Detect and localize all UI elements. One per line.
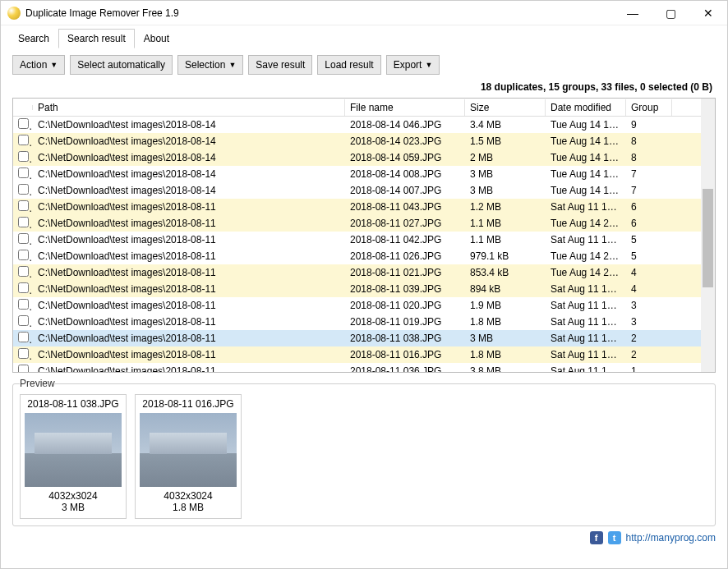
row-checkbox[interactable] [18, 365, 29, 372]
cell-date: Tue Aug 14 15:... [546, 117, 626, 132]
cell-group: 7 [626, 167, 672, 181]
cell-path: C:\NetDownload\test images\2018-08-14 [33, 150, 345, 165]
table-row[interactable]: C:\NetDownload\test images\2018-08-11201… [13, 264, 701, 281]
row-checkbox[interactable] [18, 250, 29, 260]
table-row[interactable]: C:\NetDownload\test images\2018-08-11201… [13, 346, 701, 363]
col-date[interactable]: Date modified [546, 99, 626, 116]
table-row[interactable]: C:\NetDownload\test images\2018-08-14201… [13, 117, 701, 133]
action-button[interactable]: Action▼ [12, 55, 65, 75]
facebook-icon[interactable]: f [590, 531, 603, 544]
row-checkbox[interactable] [18, 348, 29, 359]
cell-path: C:\NetDownload\test images\2018-08-11 [33, 298, 345, 313]
cell-size: 894 kB [465, 282, 546, 296]
cell-date: Tue Aug 14 15:... [546, 167, 626, 181]
tab-about[interactable]: About [135, 29, 178, 48]
cell-file: 2018-08-11 043.JPG [345, 200, 465, 214]
table-row[interactable]: C:\NetDownload\test images\2018-08-14201… [13, 133, 701, 149]
thumb-size: 1.8 MB [139, 502, 237, 513]
cell-group: 2 [626, 331, 672, 346]
twitter-icon[interactable]: t [608, 531, 621, 544]
website-link[interactable]: http://manyprog.com [626, 532, 716, 544]
row-checkbox[interactable] [18, 315, 29, 326]
row-checkbox[interactable] [18, 200, 29, 211]
table-row[interactable]: C:\NetDownload\test images\2018-08-14201… [13, 166, 701, 182]
export-button[interactable]: Export▼ [386, 55, 440, 75]
cell-size: 3 MB [465, 167, 546, 181]
cell-group: 3 [626, 298, 672, 313]
vertical-scrollbar[interactable] [701, 99, 715, 372]
cell-file: 2018-08-11 020.JPG [345, 298, 465, 313]
cell-date: Sat Aug 11 19:... [546, 331, 626, 346]
table-row[interactable]: C:\NetDownload\test images\2018-08-11201… [13, 363, 701, 372]
row-checkbox[interactable] [18, 217, 29, 227]
cell-group: 2 [626, 347, 672, 362]
cell-path: C:\NetDownload\test images\2018-08-14 [33, 183, 345, 198]
row-checkbox[interactable] [18, 135, 29, 145]
preview-title: Preview [20, 378, 55, 389]
cell-size: 3 MB [465, 183, 546, 198]
thumb-image [25, 413, 122, 487]
cell-path: C:\NetDownload\test images\2018-08-14 [33, 167, 345, 181]
table-row[interactable]: C:\NetDownload\test images\2018-08-11201… [13, 297, 701, 314]
cell-group: 8 [626, 150, 672, 165]
tab-search-result[interactable]: Search result [58, 29, 135, 48]
col-size[interactable]: Size [465, 99, 546, 116]
close-button[interactable]: ✕ [689, 1, 727, 25]
cell-date: Sat Aug 11 19:... [546, 200, 626, 214]
row-checkbox[interactable] [18, 151, 29, 162]
cell-group: 6 [626, 216, 672, 231]
minimize-button[interactable]: — [614, 1, 652, 25]
preview-thumbnail[interactable]: 2018-08-11 038.JPG4032x30243 MB [20, 394, 127, 519]
cell-file: 2018-08-11 039.JPG [345, 282, 465, 296]
table-row[interactable]: C:\NetDownload\test images\2018-08-11201… [13, 248, 701, 264]
cell-file: 2018-08-11 021.JPG [345, 265, 465, 280]
table-row[interactable]: C:\NetDownload\test images\2018-08-11201… [13, 215, 701, 232]
results-table: Path File name Size Date modified Group … [12, 98, 716, 373]
row-checkbox[interactable] [18, 184, 29, 195]
table-row[interactable]: C:\NetDownload\test images\2018-08-14201… [13, 182, 701, 199]
preview-thumbnail[interactable]: 2018-08-11 016.JPG4032x30241.8 MB [135, 394, 242, 519]
table-row[interactable]: C:\NetDownload\test images\2018-08-11201… [13, 199, 701, 215]
selection-button[interactable]: Selection▼ [177, 55, 243, 75]
cell-file: 2018-08-11 027.JPG [345, 216, 465, 231]
col-path[interactable]: Path [33, 99, 345, 116]
col-group[interactable]: Group [626, 99, 672, 116]
row-checkbox[interactable] [18, 233, 29, 244]
table-row[interactable]: C:\NetDownload\test images\2018-08-11201… [13, 281, 701, 297]
caret-down-icon: ▼ [228, 61, 236, 69]
row-checkbox[interactable] [18, 332, 29, 342]
cell-path: C:\NetDownload\test images\2018-08-14 [33, 134, 345, 149]
cell-size: 853.4 kB [465, 265, 546, 280]
table-row[interactable]: C:\NetDownload\test images\2018-08-11201… [13, 330, 701, 346]
table-row[interactable]: C:\NetDownload\test images\2018-08-11201… [13, 314, 701, 330]
table-row[interactable]: C:\NetDownload\test images\2018-08-14201… [13, 149, 701, 166]
cell-size: 979.1 kB [465, 249, 546, 264]
tab-search[interactable]: Search [9, 29, 58, 48]
maximize-button[interactable]: ▢ [652, 1, 689, 25]
cell-size: 1.8 MB [465, 347, 546, 362]
row-checkbox[interactable] [18, 167, 29, 178]
scroll-thumb[interactable] [703, 189, 713, 287]
cell-group: 5 [626, 232, 672, 247]
load-result-button[interactable]: Load result [317, 55, 380, 75]
cell-size: 1.9 MB [465, 298, 546, 313]
select-auto-button[interactable]: Select automatically [70, 55, 173, 75]
cell-file: 2018-08-11 038.JPG [345, 331, 465, 346]
cell-group: 5 [626, 249, 672, 264]
cell-file: 2018-08-11 042.JPG [345, 232, 465, 247]
cell-path: C:\NetDownload\test images\2018-08-11 [33, 347, 345, 362]
col-file[interactable]: File name [345, 99, 465, 116]
row-checkbox[interactable] [18, 299, 29, 310]
cell-date: Tue Aug 14 15:... [546, 134, 626, 149]
table-row[interactable]: C:\NetDownload\test images\2018-08-11201… [13, 232, 701, 248]
cell-group: 4 [626, 265, 672, 280]
save-result-button[interactable]: Save result [248, 55, 312, 75]
cell-date: Sat Aug 11 19:... [546, 232, 626, 247]
cell-file: 2018-08-14 007.JPG [345, 183, 465, 198]
row-checkbox[interactable] [18, 266, 29, 277]
cell-size: 1.8 MB [465, 314, 546, 329]
status-summary: 18 duplicates, 15 groups, 33 files, 0 se… [1, 78, 727, 98]
row-checkbox[interactable] [18, 118, 29, 129]
row-checkbox[interactable] [18, 282, 29, 293]
cell-size: 1.1 MB [465, 216, 546, 231]
